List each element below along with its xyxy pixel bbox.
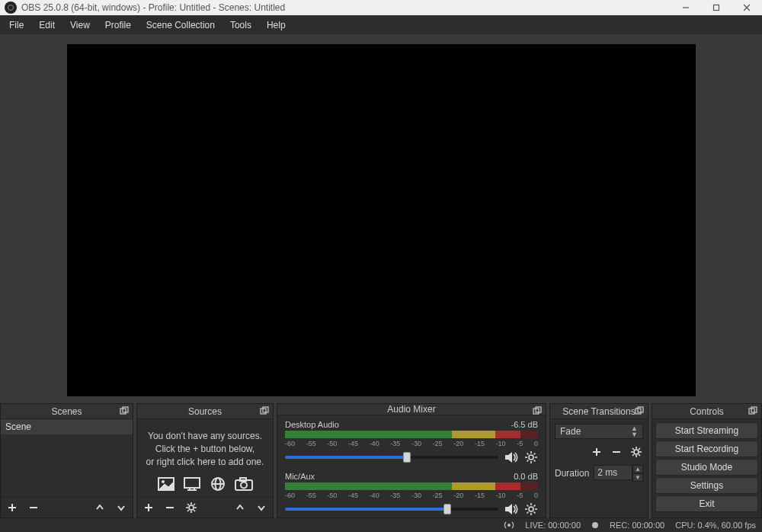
sources-add-button[interactable] — [142, 501, 155, 514]
sources-list[interactable]: You don't have any sources. Click the + … — [137, 419, 273, 518]
svg-point-74 — [592, 522, 598, 528]
track-settings-button[interactable] — [524, 450, 538, 464]
scenes-panel-title: Scenes — [51, 406, 82, 417]
duration-step-down[interactable]: ▼ — [632, 473, 643, 482]
app-icon — [5, 2, 17, 14]
mixer-track-db: -6.5 dB — [511, 420, 538, 429]
svg-point-38 — [529, 455, 533, 460]
transitions-panel-title: Scene Transitions — [562, 406, 635, 417]
scenes-toolbar — [1, 496, 133, 518]
window-minimize-button[interactable] — [671, 0, 701, 15]
mixer-track-name: Mic/Aux — [285, 472, 315, 481]
scene-list-item[interactable]: Scene — [1, 419, 133, 434]
controls-popout-icon[interactable] — [748, 405, 758, 416]
duration-step-up[interactable]: ▲ — [632, 465, 643, 473]
sources-remove-button[interactable] — [163, 501, 177, 514]
minimize-icon — [682, 4, 690, 11]
mixer-popout-icon[interactable] — [532, 405, 543, 416]
svg-line-33 — [187, 510, 189, 511]
volume-slider[interactable] — [285, 508, 498, 511]
sources-toolbar — [137, 496, 273, 518]
svg-line-32 — [194, 510, 195, 511]
sources-empty-message: You don't have any sources. Click the + … — [137, 419, 273, 471]
sources-move-down-button[interactable] — [255, 501, 268, 514]
scenes-popout-icon[interactable] — [119, 405, 130, 416]
svg-point-22 — [241, 482, 247, 489]
transition-duration-input[interactable]: 2 ms — [594, 465, 632, 480]
svg-point-73 — [507, 524, 511, 527]
transition-duration-label: Duration — [555, 468, 589, 479]
scenes-remove-button[interactable] — [27, 501, 40, 514]
transition-remove-button[interactable] — [610, 445, 623, 459]
scenes-move-up-button[interactable] — [93, 501, 107, 514]
exit-button[interactable]: Exit — [655, 495, 758, 512]
window-close-button[interactable] — [732, 0, 762, 15]
mixer-track: Mic/Aux 0.0 dB -60-55-50-45-40-35-30-25-… — [285, 472, 538, 516]
svg-line-53 — [527, 505, 529, 507]
audio-meter — [285, 431, 538, 438]
svg-line-55 — [527, 512, 529, 514]
camera-source-icon — [234, 476, 254, 492]
sources-popout-icon[interactable] — [259, 405, 270, 416]
svg-line-68 — [639, 454, 640, 456]
svg-point-26 — [189, 505, 194, 510]
scenes-add-button[interactable] — [5, 501, 19, 514]
menu-file[interactable]: File — [2, 17, 31, 34]
sources-move-up-button[interactable] — [233, 501, 247, 514]
menu-view[interactable]: View — [62, 17, 98, 34]
svg-rect-13 — [184, 478, 200, 488]
mute-button[interactable] — [504, 450, 518, 464]
menu-bar: File Edit View Profile Scene Collection … — [0, 15, 762, 34]
svg-point-12 — [162, 480, 165, 483]
svg-line-67 — [632, 448, 634, 450]
mute-button[interactable] — [504, 502, 518, 516]
menu-profile[interactable]: Profile — [98, 17, 139, 34]
preview-area — [0, 34, 762, 400]
transition-current: Fade — [560, 426, 581, 437]
transitions-popout-icon[interactable] — [634, 405, 645, 416]
status-rec: REC: 00:00:00 — [610, 521, 664, 530]
settings-button[interactable]: Settings — [655, 477, 758, 494]
sources-properties-button[interactable] — [184, 501, 198, 514]
dropdown-arrows-icon: ▲▼ — [631, 425, 638, 437]
menu-tools[interactable]: Tools — [223, 17, 259, 34]
svg-line-56 — [534, 505, 536, 507]
menu-scene-collection[interactable]: Scene Collection — [139, 17, 223, 34]
svg-line-69 — [632, 454, 634, 456]
svg-marker-47 — [505, 504, 512, 514]
window-maximize-button[interactable] — [701, 0, 732, 15]
menu-edit[interactable]: Edit — [31, 17, 62, 34]
record-icon — [591, 521, 599, 529]
mixer-track: Desktop Audio -6.5 dB -60-55-50-45-40-35… — [285, 420, 538, 464]
volume-slider[interactable] — [285, 456, 498, 459]
svg-rect-1 — [714, 5, 719, 11]
scenes-move-down-button[interactable] — [114, 501, 128, 514]
image-source-icon — [156, 476, 176, 492]
start-streaming-button[interactable]: Start Streaming — [655, 422, 758, 439]
svg-line-31 — [187, 504, 189, 505]
broadcast-icon — [504, 521, 514, 530]
track-settings-button[interactable] — [524, 502, 538, 516]
controls-panel: Controls Start Streaming Start Recording… — [652, 403, 762, 518]
transition-settings-button[interactable] — [629, 445, 643, 459]
scenes-panel: Scenes Scene — [0, 403, 133, 518]
start-recording-button[interactable]: Start Recording — [655, 441, 758, 457]
status-bar: LIVE: 00:00:00 REC: 00:00:00 CPU: 0.4%, … — [0, 518, 762, 532]
mixer-track-db: 0.0 dB — [514, 472, 538, 481]
sources-panel-title: Sources — [188, 406, 222, 417]
browser-source-icon — [208, 476, 228, 492]
studio-mode-button[interactable]: Studio Mode — [655, 459, 758, 476]
svg-line-46 — [534, 453, 536, 455]
mixer-track-name: Desktop Audio — [285, 420, 339, 429]
svg-line-45 — [527, 460, 529, 462]
svg-point-62 — [634, 450, 639, 454]
transition-select[interactable]: Fade ▲▼ — [555, 424, 643, 439]
svg-line-34 — [194, 504, 195, 505]
audio-meter — [285, 482, 538, 490]
status-live: LIVE: 00:00:00 — [525, 521, 581, 530]
menu-help[interactable]: Help — [259, 17, 293, 34]
window-titlebar: OBS 25.0.8 (64-bit, windows) - Profile: … — [0, 0, 762, 15]
maximize-icon — [712, 4, 720, 11]
preview-canvas[interactable] — [67, 44, 696, 396]
transition-add-button[interactable] — [590, 445, 604, 459]
